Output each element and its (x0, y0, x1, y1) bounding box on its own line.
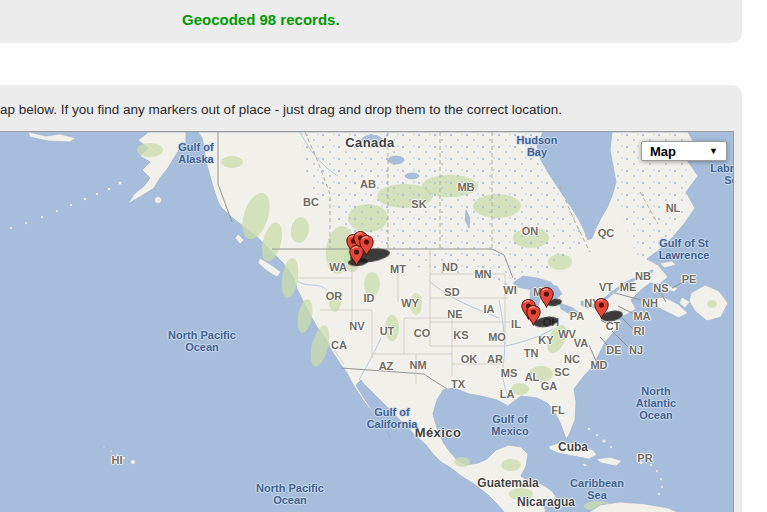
map-marker-pin[interactable] (526, 305, 541, 326)
map-panel: ap below. If you find any markers out of… (0, 85, 742, 512)
dropdown-arrow-icon: ▼ (709, 147, 718, 156)
map-marker-pin[interactable] (594, 298, 609, 319)
map-marker-pin[interactable] (539, 287, 554, 308)
map-geography (0, 132, 733, 512)
geocode-status-message: Geocoded 98 records. (182, 11, 340, 28)
map-type-button[interactable]: Map ▼ (641, 141, 727, 161)
map-canvas[interactable]: CanadaMéxicoCubaGuatemalaNicaraguaGulf o… (0, 131, 734, 512)
map-type-label: Map (650, 144, 676, 159)
instructions-text: ap below. If you find any markers out of… (0, 102, 562, 117)
status-bar: Geocoded 98 records. (0, 0, 742, 43)
map-marker-pin[interactable] (349, 245, 364, 266)
